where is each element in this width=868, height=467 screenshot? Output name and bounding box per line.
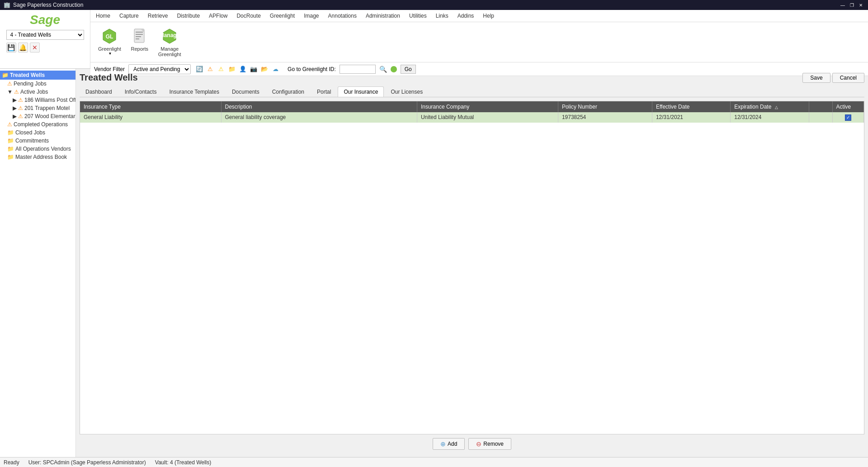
- sidebar-root-item[interactable]: 📁 Treated Wells: [0, 71, 75, 80]
- row1-active-checkbox[interactable]: ✓: [845, 114, 851, 121]
- active-jobs-folder-icon: ⚠: [14, 89, 19, 95]
- nav-greenlight[interactable]: Greenlight: [268, 12, 297, 20]
- top-nav-items: Home Capture Retrieve Distribute APFlow …: [94, 12, 496, 20]
- nav-docroute[interactable]: DocRoute: [235, 12, 262, 20]
- sidebar: 📁 Treated Wells ⚠ Pending Jobs ▼ ⚠ Activ…: [0, 69, 76, 457]
- manage-hex-svg: Manage: [160, 27, 179, 45]
- remove-button[interactable]: ⊖ Remove: [468, 438, 511, 450]
- completed-ops-label: Completed Operations: [14, 121, 68, 128]
- sidebar-item-trappen-motel[interactable]: ▶ ⚠ 201 Trappen Motel: [0, 104, 75, 112]
- add-icon: ⊕: [440, 440, 446, 448]
- row1-sort-extra: [809, 112, 832, 123]
- add-button[interactable]: ⊕ Add: [433, 438, 465, 450]
- status-user: User: SPCAdmin (Sage Paperless Administr…: [28, 459, 146, 466]
- titlebar-left: 🏢 Sage Paperless Construction: [4, 2, 83, 8]
- top-nav: Home Capture Retrieve Distribute APFlow …: [90, 10, 868, 22]
- nav-utilities[interactable]: Utilities: [407, 12, 429, 20]
- remove-label: Remove: [483, 441, 504, 447]
- all-ops-vendors-label: All Operations Vendors: [15, 146, 71, 152]
- remove-icon: ⊖: [476, 440, 481, 448]
- greenlight-hex-svg: GL: [100, 27, 118, 45]
- commitments-label: Commitments: [15, 138, 49, 144]
- tab-our-licenses[interactable]: Our Licenses: [385, 86, 429, 97]
- sidebar-item-completed-ops[interactable]: ⚠ Completed Operations: [0, 120, 75, 129]
- svg-rect-5: [136, 36, 141, 37]
- sidebar-item-pending-jobs[interactable]: ⚠ Pending Jobs: [0, 80, 75, 88]
- expand-icon-3: ▶: [13, 113, 17, 119]
- sidebar-item-active-jobs[interactable]: ▼ ⚠ Active Jobs: [0, 88, 75, 96]
- nav-help[interactable]: Help: [481, 12, 496, 20]
- close-btn[interactable]: ✕: [857, 1, 864, 9]
- sort-indicator: △: [775, 105, 778, 110]
- nav-links[interactable]: Links: [434, 12, 450, 20]
- manage-greenlight-ribbon-btn[interactable]: Manage Manage Greenlight: [154, 25, 185, 59]
- row1-active-cell[interactable]: ✓: [832, 112, 863, 123]
- tab-dashboard[interactable]: Dashboard: [80, 86, 118, 97]
- greenlight-dropdown-arrow: ▼: [108, 52, 112, 56]
- nav-distribute[interactable]: Distribute: [175, 12, 202, 20]
- reports-ribbon-btn[interactable]: Reports: [126, 25, 153, 54]
- master-address-label: Master Address Book: [15, 154, 67, 160]
- insurance-table-header: Insurance Type Description Insurance Com…: [80, 101, 864, 112]
- close-icon-btn[interactable]: ✕: [30, 43, 40, 52]
- app-container: Sage 4 - Treated Wells 💾 🔔 ✕ Home Captur…: [0, 10, 868, 467]
- minimize-btn[interactable]: —: [839, 1, 846, 9]
- sidebar-item-williams-post-office[interactable]: ▶ ⚠ 186 Williams Post Office: [0, 96, 75, 104]
- reports-ribbon-label: Reports: [131, 46, 149, 52]
- nav-administration[interactable]: Administration: [364, 12, 402, 20]
- status-vault: Vault: 4 (Treated Wells): [155, 459, 212, 466]
- col-policy-number: Policy Number: [558, 101, 652, 112]
- tab-our-insurance[interactable]: Our Insurance: [338, 86, 384, 97]
- save-button[interactable]: Save: [802, 73, 830, 83]
- manage-greenlight-ribbon-label: Manage Greenlight: [158, 46, 181, 57]
- col-active: Active: [832, 101, 863, 112]
- col-sort-extra: [809, 101, 832, 112]
- restore-btn[interactable]: ❐: [848, 1, 855, 9]
- tab-configuration[interactable]: Configuration: [266, 86, 310, 97]
- svg-rect-3: [136, 32, 143, 33]
- pending-jobs-icon: ⚠: [7, 81, 12, 87]
- status-ready: Ready: [4, 459, 19, 466]
- nav-addins[interactable]: Addins: [456, 12, 476, 20]
- active-jobs-expand-icon: ▼: [7, 89, 13, 95]
- row1-policy: 19738254: [558, 112, 652, 123]
- col-expiration-date: Expiration Date △: [731, 101, 809, 112]
- nav-retrieve[interactable]: Retrieve: [146, 12, 170, 20]
- expand-icon-2: ▶: [13, 105, 17, 111]
- sidebar-item-commitments[interactable]: 📁 Commitments: [0, 137, 75, 145]
- insurance-table-body: General Liability General liability cove…: [80, 112, 864, 123]
- root-folder-icon: 📁: [2, 72, 9, 78]
- nav-annotations[interactable]: Annotations: [326, 12, 359, 20]
- ribbon: GL Greenlight ▼: [90, 22, 868, 62]
- title-icon: 🏢: [4, 2, 10, 8]
- nav-image[interactable]: Image: [302, 12, 321, 20]
- nav-ribbon: Home Capture Retrieve Distribute APFlow …: [90, 10, 868, 68]
- nav-capture[interactable]: Capture: [118, 12, 141, 20]
- tab-portal[interactable]: Portal: [311, 86, 337, 97]
- greenlight-ribbon-btn[interactable]: GL Greenlight ▼: [94, 25, 125, 58]
- wood-elementary-label: 207 Wood Elementary Sc...: [24, 113, 75, 119]
- svg-rect-6: [136, 38, 139, 39]
- cancel-button[interactable]: Cancel: [832, 73, 864, 83]
- notify-icon-btn[interactable]: 🔔: [18, 43, 28, 52]
- nav-apflow[interactable]: APFlow: [207, 12, 229, 20]
- tab-documents[interactable]: Documents: [226, 86, 265, 97]
- greenlight-ribbon-label: Greenlight: [98, 46, 121, 52]
- company-dropdown[interactable]: 4 - Treated Wells: [6, 30, 84, 40]
- tab-bar: Dashboard Info/Contacts Insurance Templa…: [80, 86, 864, 97]
- sidebar-item-wood-elementary[interactable]: ▶ ⚠ 207 Wood Elementary Sc...: [0, 112, 75, 120]
- expand-icon-1: ▶: [13, 97, 17, 103]
- tab-info-contacts[interactable]: Info/Contacts: [119, 86, 163, 97]
- sidebar-item-master-address[interactable]: 📁 Master Address Book: [0, 153, 75, 161]
- row1-expiration: 12/31/2024: [731, 112, 809, 123]
- closed-jobs-folder-icon: 📁: [7, 129, 14, 136]
- manage-greenlight-ribbon-icon: Manage: [160, 27, 179, 45]
- logo-area: Sage 4 - Treated Wells 💾 🔔 ✕: [0, 10, 90, 68]
- sidebar-item-all-ops-vendors[interactable]: 📁 All Operations Vendors: [0, 145, 75, 153]
- tab-insurance-templates[interactable]: Insurance Templates: [163, 86, 225, 97]
- nav-home[interactable]: Home: [94, 12, 112, 20]
- insurance-row-1[interactable]: General Liability General liability cove…: [80, 112, 864, 123]
- sidebar-item-closed-jobs[interactable]: 📁 Closed Jobs: [0, 129, 75, 137]
- save-icon-btn[interactable]: 💾: [6, 43, 16, 52]
- insurance-table: Insurance Type Description Insurance Com…: [80, 101, 864, 123]
